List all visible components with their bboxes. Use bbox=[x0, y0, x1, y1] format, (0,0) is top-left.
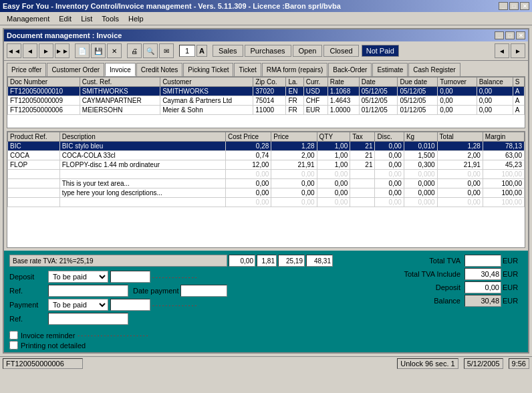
tab-estimate[interactable]: Estimate bbox=[372, 63, 408, 76]
sales-view-btn[interactable]: Sales bbox=[213, 45, 243, 57]
ref-input[interactable] bbox=[48, 285, 128, 297]
table-row[interactable]: FT120050000006 MEIERSOHN Meier & Sohn 11… bbox=[8, 106, 525, 115]
total-tva-include-label: Total TVA Include bbox=[336, 270, 463, 278]
ref-label: Ref. bbox=[9, 287, 46, 295]
open-view-btn[interactable]: Open bbox=[293, 45, 323, 57]
col-cost: Cost Price bbox=[226, 132, 271, 142]
deposit-select[interactable]: To be paid bbox=[48, 271, 108, 283]
time-status: 9:56 bbox=[509, 358, 529, 369]
purchases-view-btn[interactable]: Purchases bbox=[245, 45, 291, 57]
doc-table: Doc Number Cust. Ref. Customer Zip Co. L… bbox=[7, 77, 525, 115]
base-rate-label: Base rate TVA: 21%=25,19 bbox=[9, 255, 227, 267]
date-status: 5/12/2005 bbox=[464, 358, 503, 369]
total-tva-row: Total TVA EUR bbox=[336, 255, 523, 267]
product-table: Product Ref. Description Cost Price Pric… bbox=[7, 132, 525, 207]
base-rate-val3: 25,19 bbox=[278, 255, 305, 267]
tab-ticket[interactable]: Ticket bbox=[234, 63, 261, 76]
product-row[interactable]: BIC BIC stylo bleu 0,28 1,28 1,00 21 0,0… bbox=[8, 142, 525, 151]
close-btn[interactable]: ✕ bbox=[520, 2, 529, 10]
page-number-input[interactable]: 1 bbox=[179, 45, 195, 57]
total-tva-label: Total TVA bbox=[336, 257, 463, 265]
tab-rma-form[interactable]: RMA form (repairs) bbox=[262, 63, 327, 76]
preview-btn[interactable]: 🔍 bbox=[143, 43, 158, 58]
col-curr: Curr. bbox=[303, 78, 327, 87]
not-paid-btn[interactable]: Not Paid bbox=[362, 45, 399, 57]
col-due: Due date bbox=[398, 78, 438, 87]
col-kg: Kg bbox=[404, 132, 437, 142]
totals-area: Total TVA EUR Total TVA Include 30,48 EU… bbox=[336, 255, 523, 350]
product-row[interactable]: This is your text area... 0,00 0,00 0,00… bbox=[8, 179, 525, 188]
payment-label: Payment bbox=[9, 301, 46, 309]
menu-tools[interactable]: Tools bbox=[98, 13, 123, 24]
product-row[interactable]: COCA COCA-COLA 33cl 0,74 2,00 1,00 21 0,… bbox=[8, 151, 525, 160]
col-turnover: Turnover bbox=[438, 78, 477, 87]
inner-close-btn[interactable]: ✕ bbox=[516, 31, 525, 39]
col-cust-ref: Cust. Ref. bbox=[80, 78, 160, 87]
total-tva-include-row: Total TVA Include 30,48 EUR bbox=[336, 268, 523, 280]
product-row[interactable]: type here your long descriptions... 0,00… bbox=[8, 188, 525, 198]
invoice-reminder-row: Invoice reminder - - - - - - - - - - - -… bbox=[9, 331, 333, 340]
printing-label: Printing not detailed bbox=[21, 342, 86, 350]
email-btn[interactable]: ✉ bbox=[159, 43, 174, 58]
tab-cash-register[interactable]: Cash Register bbox=[408, 63, 460, 76]
total-tva-include-value: 30,48 bbox=[464, 268, 501, 280]
product-row[interactable]: 0,00 0,00 0,00 0,00 0,000 0,00 100,00 bbox=[8, 170, 525, 179]
tab-price-offer[interactable]: Price offer bbox=[7, 63, 46, 76]
col-tax: Tax bbox=[350, 132, 375, 142]
print-btn[interactable]: 🖨 bbox=[127, 43, 142, 58]
minimize-btn[interactable]: _ bbox=[499, 2, 508, 10]
printing-row: Printing not detailed bbox=[9, 341, 333, 350]
menu-edit[interactable]: Edit bbox=[55, 13, 76, 24]
col-date: Date bbox=[359, 78, 398, 87]
closed-view-btn[interactable]: Closed bbox=[323, 45, 358, 57]
col-qty: QTY bbox=[317, 132, 350, 142]
tab-picking-ticket[interactable]: Picking Ticket bbox=[183, 63, 233, 76]
menu-management[interactable]: Management bbox=[3, 13, 53, 24]
invoice-reminder-label: Invoice reminder bbox=[21, 332, 75, 340]
product-row[interactable]: 0,00 0,00 0,00 0,00 0,000 0,00 100,00 bbox=[8, 198, 525, 207]
dashed-line: - - - - - - - - - - - - - - bbox=[152, 274, 196, 280]
payment-select[interactable]: To be paid bbox=[48, 299, 108, 311]
ref2-row: Ref. bbox=[9, 313, 333, 325]
dashed-line2: - - - - - - - - - - - - - - bbox=[152, 302, 196, 308]
nav-last-btn[interactable]: ►► bbox=[55, 43, 70, 58]
nav-first-btn[interactable]: ◄◄ bbox=[7, 43, 21, 58]
ref-row: Ref. Date payment bbox=[9, 285, 333, 297]
save-btn[interactable]: 💾 bbox=[91, 43, 106, 58]
nav-prev-btn[interactable]: ◄ bbox=[23, 43, 37, 58]
tab-back-order[interactable]: Back-Order bbox=[328, 63, 372, 76]
new-btn[interactable]: 📄 bbox=[75, 43, 90, 58]
title-bar: Easy For You - Inventory Control/Invoice… bbox=[0, 0, 532, 12]
scroll-right-btn[interactable]: ► bbox=[511, 43, 525, 58]
invoice-reminder-checkbox[interactable] bbox=[9, 331, 18, 340]
ref2-input[interactable] bbox=[48, 313, 128, 325]
base-rate-row: Base rate TVA: 21%=25,19 0,00 1,81 25,19… bbox=[9, 255, 333, 267]
payment-amount-input[interactable] bbox=[110, 299, 150, 311]
product-row[interactable]: FLOP FLOPPY-disc 1.44 mb ordinateur 12,0… bbox=[8, 160, 525, 170]
delete-btn[interactable]: ✕ bbox=[107, 43, 122, 58]
toolbar: ◄◄ ◄ ► ►► 📄 💾 ✕ 🖨 🔍 ✉ 1 A Sales Purchase… bbox=[4, 41, 528, 61]
maximize-btn[interactable]: □ bbox=[509, 2, 519, 10]
inner-minimize-btn[interactable]: _ bbox=[495, 31, 504, 39]
table-row[interactable]: FT120050000010 SMITHWORKS SMITHWORKS 370… bbox=[8, 87, 525, 96]
balance-row: Balance 30,48 EUR bbox=[336, 295, 523, 307]
balance-value: 30,48 bbox=[464, 295, 501, 307]
date-payment-input[interactable] bbox=[180, 285, 227, 297]
date-payment-label: Date payment bbox=[133, 287, 178, 295]
tab-credit-notes[interactable]: Credit Notes bbox=[136, 63, 183, 76]
tab-customer-order[interactable]: Customer Order bbox=[47, 63, 104, 76]
scroll-left-btn[interactable]: ◄ bbox=[495, 43, 509, 58]
menu-help[interactable]: Help bbox=[124, 13, 148, 24]
deposit-amount-input[interactable] bbox=[110, 271, 150, 283]
inner-maximize-btn[interactable]: □ bbox=[505, 31, 515, 39]
doc-id-status: FT120050000006 bbox=[3, 358, 83, 369]
menu-list[interactable]: List bbox=[77, 13, 96, 24]
col-total: Total bbox=[437, 132, 483, 142]
printing-checkbox[interactable] bbox=[9, 341, 18, 350]
table-row[interactable]: FT120050000009 CAYMANPARTNER Cayman & Pa… bbox=[8, 96, 525, 106]
tab-invoice[interactable]: Invoice bbox=[105, 63, 136, 76]
col-price: Price bbox=[271, 132, 317, 142]
nav-next-btn[interactable]: ► bbox=[39, 43, 53, 58]
base-rate-val4: 48,31 bbox=[306, 255, 333, 267]
page-label: A bbox=[196, 45, 207, 57]
